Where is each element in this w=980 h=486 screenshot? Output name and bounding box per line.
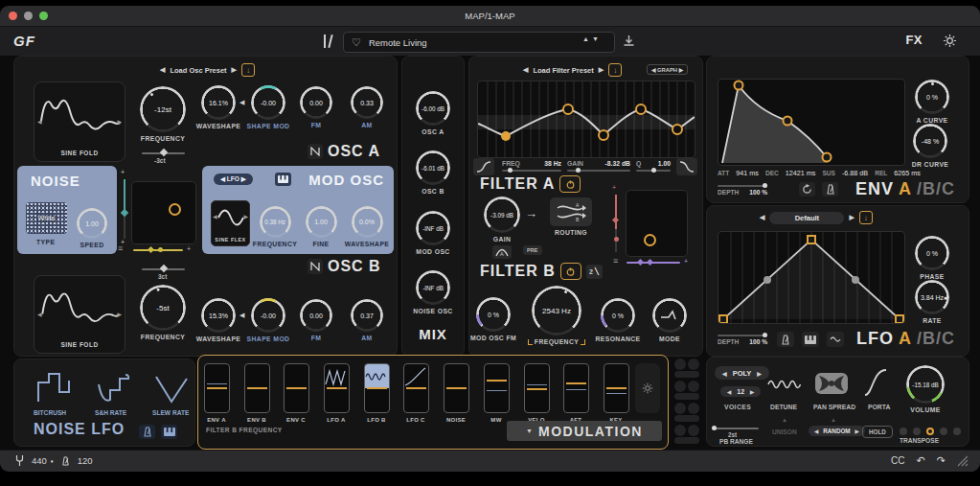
filter-routing-control[interactable]: AB ROUTING — [544, 197, 598, 236]
noise-speed-knob[interactable]: 1.00 SPEED — [61, 208, 123, 248]
mod-slot-lfo-c[interactable]: LFO C — [399, 363, 433, 423]
detune-icon[interactable] — [766, 377, 801, 390]
mod-osc-waveshape-knob[interactable]: 0.0% WAVESHAPE — [336, 206, 398, 247]
pb-range-slider[interactable] — [713, 428, 759, 429]
osc-b-fine-slider[interactable] — [142, 268, 185, 270]
mix-noise-osc-knob[interactable]: -INF dB NOISE OSC — [402, 270, 464, 314]
mod-slot-env-b[interactable]: ENV B — [239, 363, 274, 423]
cc-button[interactable]: CC — [891, 455, 904, 466]
preset-save-icon[interactable] — [623, 35, 635, 47]
filterb-pad-menu-icon[interactable]: ≡ — [613, 256, 618, 266]
osc-preset-label[interactable]: Load Osc Preset — [170, 66, 226, 75]
mod-slot-mw[interactable]: MW — [479, 363, 513, 423]
bandpass-a-icon[interactable]: A — [492, 245, 512, 259]
mix-osc-a-knob[interactable]: -6.00 dB OSC A — [402, 91, 464, 135]
lfo-rate-knob[interactable]: 3.84 Hz RATE — [901, 280, 963, 324]
pan-mode-selector[interactable]: ◀RANDOM▶ — [809, 426, 865, 436]
a-curve-knob[interactable]: 0 % A CURVE — [901, 80, 963, 124]
resize-grip[interactable] — [957, 455, 969, 467]
redo-icon[interactable]: ↷ — [937, 454, 946, 467]
env-a-tab[interactable]: A — [899, 179, 912, 199]
env-loop-icon[interactable] — [799, 182, 815, 197]
undo-icon[interactable]: ↶ — [917, 454, 925, 467]
dr-curve-knob[interactable]: -48 % DR CURVE — [900, 124, 961, 168]
osc-b-wave-next-icon[interactable]: ▶ — [117, 311, 122, 317]
mod-slot-aft[interactable]: AFT — [558, 363, 593, 423]
filter-preset-save-icon[interactable]: ↓ — [608, 63, 622, 77]
noise-lfo-piano-icon[interactable] — [161, 425, 177, 439]
modulation-button[interactable]: ▼ MODULATION — [507, 421, 662, 441]
filter-b-vslider[interactable] — [615, 195, 617, 252]
env-bc-tabs[interactable]: /B/C — [917, 179, 955, 199]
favorite-heart-icon[interactable]: ♡ — [352, 36, 361, 49]
lfo-preset-name[interactable]: Default — [769, 212, 844, 224]
osc-preset-save-icon[interactable]: ↓ — [241, 63, 255, 77]
noise-lfo-metronome-icon[interactable] — [139, 425, 155, 439]
settings-gear-icon[interactable] — [943, 34, 957, 48]
osc-a-wave-display[interactable]: ◀ ▶ SINE FOLD — [34, 81, 125, 162]
mod-settings-tab[interactable] — [635, 363, 660, 413]
pan-spread-icon[interactable] — [815, 371, 848, 396]
lfo-preset-prev-icon[interactable]: ◀ — [760, 214, 764, 221]
keyboard-icon[interactable] — [275, 173, 291, 186]
mod-osc-source-selector[interactable]: ◀ LFO ▶ — [214, 174, 253, 185]
filter-b-xy-handle[interactable] — [644, 234, 656, 246]
tuning-fork-icon[interactable] — [15, 454, 24, 467]
env-metronome-icon[interactable] — [822, 182, 838, 197]
lfo-display[interactable] — [718, 231, 905, 324]
routing-icon[interactable]: AB — [550, 197, 592, 226]
filter-slope-icon[interactable]: 2 — [586, 265, 603, 279]
filter-a-freq-slider[interactable]: FREQ38 Hz — [502, 160, 561, 172]
filter-b-frequency-knob[interactable]: 2543 Hz FREQUENCY — [526, 286, 587, 345]
hold-button[interactable]: HOLD — [862, 426, 893, 438]
noise-xy-pad[interactable] — [131, 181, 196, 244]
osc-a-am-knob[interactable]: 0.33 AM — [336, 86, 398, 128]
filter-a-power-button[interactable] — [559, 175, 581, 193]
mod-osc-wave-prev-icon[interactable]: ◀ — [213, 213, 217, 220]
lfo-wave-icon[interactable] — [827, 332, 844, 347]
osc-a-frequency-knob[interactable]: -12st FREQUENCY — [132, 86, 194, 142]
fx-tab[interactable]: FX — [905, 33, 923, 47]
env-depth-slider[interactable]: DEPTH100 % — [718, 185, 767, 196]
sh-rate-icon[interactable] — [97, 373, 131, 405]
lfo-preset-next-icon[interactable]: ▶ — [849, 214, 854, 221]
osc-a-wave-prev-icon[interactable]: ◀ — [37, 118, 42, 125]
lfo-phase-knob[interactable]: 0 % PHASE — [901, 236, 963, 280]
highpass-icon[interactable] — [473, 158, 494, 175]
slew-rate-icon[interactable] — [154, 373, 189, 405]
env-values-row[interactable]: ATT941 ms DEC12421 ms SUS-6.88 dB REL626… — [718, 169, 921, 177]
preset-prev-icon[interactable]: ▲ — [582, 35, 592, 42]
pre-button[interactable]: PRE — [523, 245, 542, 255]
filter-b-gain-knob[interactable]: -3.09 dB GAIN — [471, 197, 533, 243]
mod-slot-velo[interactable]: VELO — [519, 363, 554, 423]
noise-pad-menu-icon[interactable]: ≡ — [118, 243, 123, 253]
filter-a-eq-display[interactable] — [477, 81, 695, 158]
filter-b-power-button[interactable] — [560, 263, 581, 280]
osc-b-am-knob[interactable]: 0.37 AM — [336, 299, 398, 341]
library-icon[interactable] — [324, 35, 335, 48]
filter-a-gain-slider[interactable]: GAIN-8.32 dB — [567, 160, 630, 172]
osc-b-wave-prev-icon[interactable]: ◀ — [37, 311, 42, 317]
lfo-bc-tabs[interactable]: /B/C — [917, 329, 955, 349]
lfo-a-tab[interactable]: A — [899, 329, 912, 349]
noise-hslider[interactable] — [133, 249, 183, 251]
lfo-keytrig-piano-icon[interactable] — [802, 332, 819, 347]
filter-b-hslider[interactable] — [627, 262, 680, 264]
mod-slot-lfo-a[interactable]: LFO A — [319, 363, 353, 423]
lfo-depth-slider[interactable]: DEPTH100 % — [718, 335, 767, 345]
transpose-dots[interactable] — [900, 428, 961, 435]
tempo-value[interactable]: 120 — [78, 455, 93, 466]
osc-preset-prev-icon[interactable]: ◀ — [160, 66, 165, 74]
mod-slot-env-c[interactable]: ENV C — [279, 363, 313, 423]
filter-b-xy-pad[interactable] — [626, 190, 688, 257]
voice-count-selector[interactable]: ◀12▶ — [720, 386, 761, 397]
tuning-stepper-icon[interactable]: ♦ — [51, 458, 54, 464]
graph-toggle-button[interactable]: ◀ GRAPH ▶ — [647, 64, 688, 75]
env-display[interactable] — [718, 79, 905, 166]
porta-icon[interactable] — [863, 368, 888, 397]
noise-xy-handle[interactable] — [169, 203, 181, 216]
osc-a-wave-next-icon[interactable]: ▶ — [117, 118, 122, 125]
tuning-value[interactable]: 440 — [32, 455, 47, 466]
voice-mode-selector[interactable]: ◀POLY▶ — [715, 366, 769, 380]
mix-mod-osc-knob[interactable]: -INF dB MOD OSC — [402, 211, 464, 255]
